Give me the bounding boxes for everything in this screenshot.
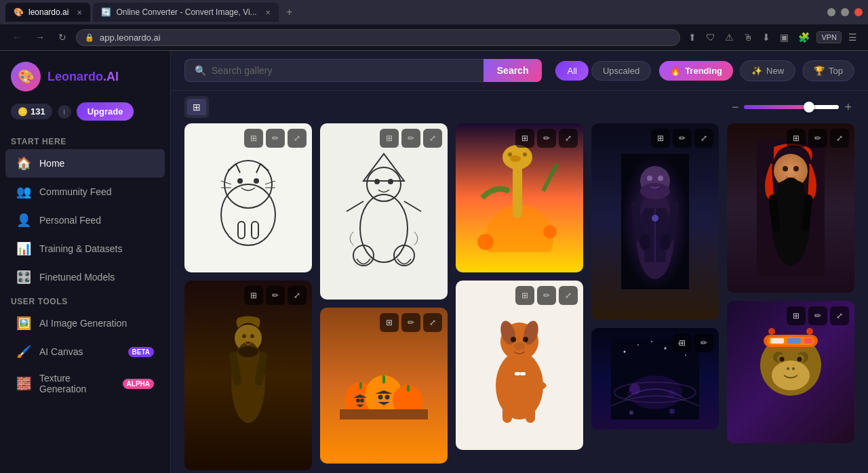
filter-upscaled-tab[interactable]: Upscaled xyxy=(591,61,651,81)
overlay-btn-wt1[interactable]: ⊞ xyxy=(380,129,399,148)
download-icon[interactable]: ⬇ xyxy=(760,29,773,45)
gallery-item-armor-woman[interactable]: ⊞ ✏ ⤢ xyxy=(591,123,719,320)
overlay-btn-p3[interactable]: ⤢ xyxy=(423,313,442,332)
shield-icon[interactable]: 🛡 xyxy=(703,29,718,45)
overlay-btn-p2[interactable]: ✏ xyxy=(401,313,420,332)
svg-point-33 xyxy=(360,398,364,403)
filter-all-tab[interactable]: All xyxy=(555,61,588,81)
alert-icon[interactable]: ⚠ xyxy=(722,29,736,45)
new-tab-button[interactable]: + xyxy=(281,4,298,20)
gallery-item-monkey[interactable]: ⊞ ✏ ⤢ xyxy=(727,301,854,443)
sidebar-item-home[interactable]: 🏠 Home xyxy=(5,149,165,178)
search-button[interactable]: Search xyxy=(484,59,542,82)
overlay-btn-m1[interactable]: ⊞ xyxy=(787,306,806,325)
sidebar-item-texture[interactable]: 🧱 Texture Generation ALPHA xyxy=(5,366,165,401)
maximize-button[interactable] xyxy=(841,8,849,16)
share-icon[interactable]: ⬆ xyxy=(686,29,699,45)
tab-converter[interactable]: 🔄 Online Converter - Convert Image, Vi..… xyxy=(93,3,278,22)
trending-button[interactable]: 🔥 Trending xyxy=(659,61,733,81)
overlay-btn-3[interactable]: ⤢ xyxy=(288,129,307,148)
address-bar[interactable]: 🔒 app.leonardo.ai xyxy=(76,29,680,46)
info-icon[interactable]: i xyxy=(58,105,71,119)
extensions-icon[interactable]: 🧩 xyxy=(795,29,812,45)
cursor-icon: 🖱 xyxy=(741,29,755,45)
svg-point-45 xyxy=(477,234,494,250)
gallery-item-witch-sketch[interactable]: ⊞ ✏ ⤢ xyxy=(320,123,448,300)
overlay-btn-s2[interactable]: ✏ xyxy=(694,333,713,352)
close-button[interactable] xyxy=(854,8,863,16)
tab-leonardo[interactable]: 🎨 leonardo.ai ✕ xyxy=(5,3,90,22)
menu-icon[interactable]: ☰ xyxy=(846,29,860,45)
forward-button[interactable]: → xyxy=(31,29,49,45)
gallery-item-warrior-woman[interactable]: ⊞ ✏ ⤢ xyxy=(184,281,312,470)
gallery-item-dog[interactable]: ⊞ ✏ ⤢ xyxy=(456,281,583,450)
overlay-btn-r3[interactable]: ⤢ xyxy=(830,129,849,148)
top-button[interactable]: 🏆 Top xyxy=(802,60,854,81)
overlay-btn-m2[interactable]: ✏ xyxy=(808,306,827,325)
sidebar-item-label-texture: Texture Generation xyxy=(39,373,115,394)
overlay-btn-d1[interactable]: ⊞ xyxy=(515,286,534,305)
overlay-btn-d3[interactable]: ⤢ xyxy=(559,286,578,305)
minimize-button[interactable] xyxy=(827,8,835,16)
back-button[interactable]: ← xyxy=(8,29,26,45)
svg-point-108 xyxy=(806,328,813,335)
overlay-btn-wt2[interactable]: ✏ xyxy=(401,129,420,148)
overlay-btn-a1[interactable]: ⊞ xyxy=(651,129,670,148)
overlay-btn-a2[interactable]: ✏ xyxy=(673,129,692,148)
gallery-item-space[interactable]: ⊞ ✏ xyxy=(591,328,719,430)
overlay-btn-p1[interactable]: ⊞ xyxy=(380,313,399,332)
sidebar-item-training[interactable]: 📊 Training & Datasets xyxy=(5,234,165,263)
zoom-controls: − + xyxy=(729,98,854,117)
upgrade-button[interactable]: Upgrade xyxy=(77,102,134,121)
svg-point-71 xyxy=(624,351,626,353)
overlay-btn-r2[interactable]: ✏ xyxy=(808,129,827,148)
zoom-slider-thumb xyxy=(804,102,814,112)
zoom-slider[interactable] xyxy=(744,105,839,109)
tab-close-2[interactable]: ✕ xyxy=(265,9,271,16)
overlay-btn-wt3[interactable]: ⤢ xyxy=(423,129,442,148)
overlay-btn-w3[interactable]: ⤢ xyxy=(288,286,307,305)
zoom-minus-button[interactable]: − xyxy=(729,98,742,117)
grid-view-button[interactable]: ⊞ xyxy=(187,99,206,115)
svg-point-97 xyxy=(780,357,785,362)
gallery-scroll[interactable]: ⊞ ✏ ⤢ xyxy=(171,123,868,473)
svg-point-14 xyxy=(242,334,246,338)
overlay-btn-r1[interactable]: ⊞ xyxy=(787,129,806,148)
tab-close-1[interactable]: ✕ xyxy=(77,9,82,16)
sidebar-item-ai-canvas[interactable]: 🖌️ AI Canvas BETA xyxy=(5,337,165,366)
sidebar: 🎨 Leonardo.AI 🪙 131 i Upgrade Start Here… xyxy=(0,51,171,473)
sidebar-item-community-feed[interactable]: 👥 Community Feed xyxy=(5,178,165,206)
gallery-overlay-monkey: ⊞ ✏ ⤢ xyxy=(787,306,849,325)
browser-right-icons: ⬆ 🛡 ⚠ 🖱 ⬇ ▣ 🧩 VPN ☰ xyxy=(686,29,860,45)
overlay-btn-g2[interactable]: ✏ xyxy=(537,129,556,148)
overlay-btn-w1[interactable]: ⊞ xyxy=(244,286,263,305)
sidebar-item-personal-feed[interactable]: 👤 Personal Feed xyxy=(5,206,165,234)
svg-rect-36 xyxy=(340,409,428,419)
new-button[interactable]: ✨ New xyxy=(740,60,795,81)
search-input[interactable] xyxy=(212,65,474,76)
sidebar-item-label-ai-canvas: AI Canvas xyxy=(39,346,83,357)
reload-button[interactable]: ↻ xyxy=(54,29,71,45)
overlay-btn-1[interactable]: ⊞ xyxy=(244,129,263,148)
svg-rect-56 xyxy=(515,372,520,375)
overlay-btn-a3[interactable]: ⤢ xyxy=(694,129,713,148)
top-icon: 🏆 xyxy=(814,66,825,76)
gallery-item-redhead[interactable]: ⊞ ✏ ⤢ xyxy=(727,123,854,293)
overlay-btn-w2[interactable]: ✏ xyxy=(266,286,285,305)
overlay-btn-2[interactable]: ✏ xyxy=(266,129,285,148)
sidebar-icon[interactable]: ▣ xyxy=(777,29,791,45)
zoom-plus-button[interactable]: + xyxy=(842,98,854,117)
overlay-btn-g1[interactable]: ⊞ xyxy=(515,129,534,148)
overlay-btn-m3[interactable]: ⤢ xyxy=(830,306,849,325)
address-bar-row: ← → ↻ 🔒 app.leonardo.ai ⬆ 🛡 ⚠ 🖱 ⬇ ▣ 🧩 VP… xyxy=(0,24,868,50)
overlay-btn-g3[interactable]: ⤢ xyxy=(559,129,578,148)
community-icon: 👥 xyxy=(16,184,31,199)
svg-rect-31 xyxy=(407,385,410,392)
overlay-btn-s1[interactable]: ⊞ xyxy=(673,333,692,352)
sidebar-item-finetuned[interactable]: 🎛️ Finetuned Models xyxy=(5,263,165,291)
gallery-item-cat-sketch[interactable]: ⊞ ✏ ⤢ xyxy=(184,123,312,272)
overlay-btn-d2[interactable]: ✏ xyxy=(537,286,556,305)
sidebar-item-ai-image[interactable]: 🖼️ AI Image Generation xyxy=(5,309,165,337)
gallery-item-pumpkins[interactable]: ⊞ ✏ ⤢ xyxy=(320,308,448,464)
gallery-item-giraffe[interactable]: ⊞ ✏ ⤢ xyxy=(456,123,583,272)
